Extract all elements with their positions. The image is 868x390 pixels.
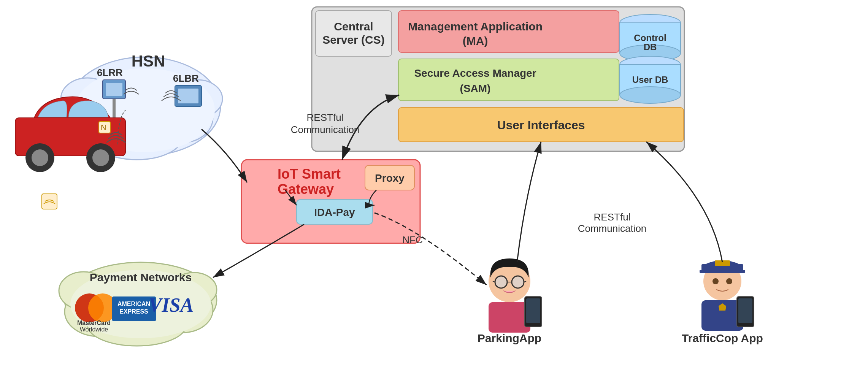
svg-text:NFC: NFC	[402, 234, 422, 246]
svg-text:RESTful: RESTful	[307, 112, 344, 123]
svg-point-51	[65, 262, 217, 338]
svg-rect-79	[701, 264, 743, 272]
svg-rect-39	[620, 65, 681, 95]
svg-text:Communication: Communication	[291, 124, 360, 135]
svg-point-83	[726, 278, 732, 284]
svg-rect-13	[178, 89, 198, 103]
svg-rect-84	[701, 300, 743, 331]
svg-point-30	[620, 14, 681, 31]
svg-point-78	[703, 262, 741, 300]
svg-rect-20	[99, 122, 110, 133]
svg-point-82	[712, 278, 719, 284]
svg-rect-22	[42, 194, 57, 209]
trafficcop-user	[700, 260, 754, 331]
svg-point-7	[61, 78, 114, 120]
svg-point-32	[620, 45, 681, 62]
svg-point-6	[91, 114, 182, 160]
svg-rect-81	[715, 260, 730, 266]
svg-rect-24	[316, 11, 392, 56]
svg-text:User Interfaces: User Interfaces	[497, 118, 585, 132]
svg-rect-75	[489, 302, 530, 333]
svg-point-56	[171, 273, 217, 307]
svg-text:MasterCard: MasterCard	[77, 320, 111, 326]
svg-point-4	[72, 95, 141, 148]
svg-rect-31	[620, 23, 681, 53]
svg-rect-15	[15, 118, 125, 156]
svg-marker-85	[719, 303, 726, 311]
svg-text:Control: Control	[634, 33, 666, 43]
svg-text:RESTful: RESTful	[594, 211, 631, 223]
6lrr-label: 6LRR	[97, 67, 123, 78]
svg-point-40	[620, 87, 681, 103]
svg-text:Server (CS): Server (CS)	[322, 33, 384, 46]
svg-text:(MA): (MA)	[463, 35, 488, 47]
svg-point-55	[59, 272, 108, 310]
car: N	[15, 97, 125, 172]
svg-point-52	[65, 287, 133, 336]
svg-rect-12	[175, 86, 202, 106]
6lbr-label: 6LBR	[173, 73, 199, 84]
svg-point-8	[173, 80, 222, 118]
svg-rect-87	[738, 298, 752, 323]
svg-point-53	[152, 287, 213, 333]
svg-point-60	[88, 293, 117, 322]
diagram-container: HSN 6LRR 6LBR	[0, 0, 868, 390]
svg-rect-76	[525, 296, 542, 327]
svg-line-72	[524, 281, 526, 282]
svg-point-17	[32, 149, 48, 166]
svg-point-68	[495, 276, 507, 288]
svg-text:Gateway: Gateway	[278, 181, 334, 197]
diagram-svg: HSN 6LRR 6LBR	[0, 0, 868, 390]
trafficcop-label: TrafficCop App	[682, 332, 763, 344]
svg-rect-35	[398, 59, 619, 101]
svg-text:Communication: Communication	[578, 223, 647, 234]
svg-point-69	[512, 276, 524, 288]
svg-text:N: N	[101, 123, 106, 132]
svg-rect-10	[103, 80, 125, 99]
svg-rect-63	[112, 296, 156, 321]
svg-rect-86	[737, 296, 754, 327]
svg-point-18	[86, 143, 115, 172]
svg-text:Secure Access Manager: Secure Access Manager	[414, 67, 536, 79]
svg-rect-42	[398, 108, 684, 142]
svg-text:IoT Smart: IoT Smart	[278, 166, 341, 182]
svg-point-74	[513, 277, 523, 287]
svg-text:Proxy: Proxy	[375, 172, 405, 184]
hsn-cloud	[61, 57, 222, 160]
parking-app-user	[489, 258, 542, 333]
svg-text:User DB: User DB	[632, 75, 668, 85]
svg-text:AMERICAN: AMERICAN	[117, 301, 150, 307]
svg-rect-47	[365, 165, 414, 190]
svg-text:(SAM): (SAM)	[460, 82, 491, 94]
svg-point-9	[74, 68, 215, 152]
hsn-label: HSN	[132, 52, 165, 70]
svg-text:EXPRESS: EXPRESS	[119, 308, 148, 315]
svg-point-16	[25, 143, 54, 172]
svg-text:DB: DB	[644, 42, 657, 52]
svg-point-5	[152, 93, 213, 143]
parking-app-label: ParkingApp	[478, 332, 541, 344]
svg-point-38	[620, 56, 681, 73]
svg-line-71	[493, 281, 495, 282]
svg-point-59	[75, 293, 104, 322]
svg-point-57	[70, 270, 211, 338]
svg-rect-11	[106, 83, 122, 96]
svg-rect-80	[700, 270, 745, 273]
svg-text:VISA: VISA	[149, 294, 194, 316]
svg-text:Management Application: Management Application	[408, 20, 543, 33]
svg-point-3	[68, 57, 221, 156]
svg-rect-77	[526, 298, 540, 323]
svg-text:Central: Central	[334, 20, 373, 33]
svg-rect-49	[297, 200, 373, 224]
svg-rect-14	[113, 99, 116, 129]
svg-rect-27	[398, 11, 619, 52]
svg-point-73	[496, 277, 506, 287]
svg-rect-23	[312, 7, 684, 151]
svg-rect-44	[241, 160, 420, 243]
svg-text:Payment Networks: Payment Networks	[90, 271, 192, 284]
svg-point-54	[87, 304, 186, 346]
svg-point-19	[92, 149, 109, 166]
svg-text:Worldwide: Worldwide	[80, 326, 108, 333]
svg-point-67	[489, 260, 530, 302]
payment-networks-cloud	[59, 262, 217, 346]
